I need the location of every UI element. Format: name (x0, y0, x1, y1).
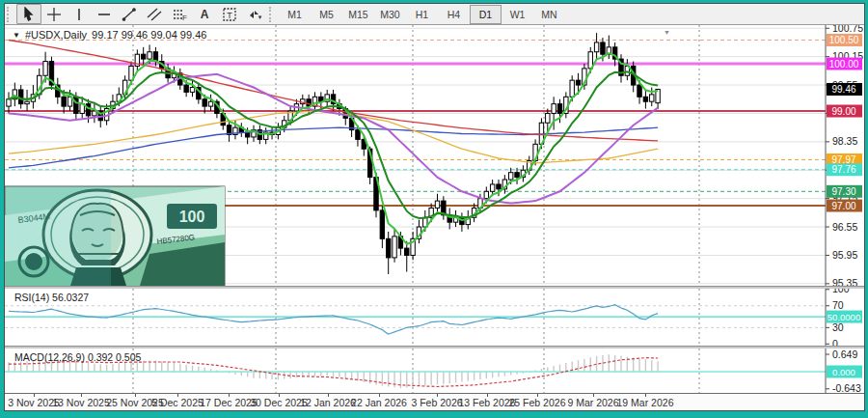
dollar-bill-image: 100B3044MHB57280G (5, 186, 225, 286)
macd-axis-label: -0.643 (832, 382, 861, 393)
price-axis-label: 95.35 (832, 277, 857, 286)
timeframe-mn-button[interactable]: MN (533, 5, 565, 24)
date-label: 17 Dec 2025 (200, 397, 258, 408)
date-axis[interactable]: 3 Nov 202513 Nov 202525 Nov 20255 Dec 20… (5, 393, 864, 410)
timeframe-h1-button[interactable]: H1 (406, 5, 438, 24)
timeframe-w1-button[interactable]: W1 (502, 5, 533, 24)
horizontal-line-icon (96, 7, 112, 22)
text-label-tool-button[interactable]: T (217, 4, 242, 24)
macd-axis-label: 0.649 (832, 348, 857, 360)
chart-shift-marker: ▼ (664, 29, 670, 36)
date-label: 19 Mar 2026 (617, 397, 674, 408)
rsi-axis-label: 30 (832, 321, 844, 333)
timeframe-m30-button[interactable]: M30 (374, 5, 406, 24)
terminal-frame: FAT▾M1M5M15M30H1H4D1W1MN 100.75100.1599.… (0, 0, 868, 418)
trendline-icon (122, 7, 137, 22)
price-axis-label: 98.35 (832, 135, 857, 147)
timeframe-h4-button[interactable]: H4 (438, 5, 470, 24)
rsi-axis-label: 100 (832, 289, 850, 294)
macd-panel[interactable]: 0.649-0.6430.000 MACD(12,26,9) 0.392 0.5… (5, 348, 864, 393)
rsi-panel[interactable]: 1007030050.0000 RSI(14) 56.0327 (5, 289, 864, 346)
collapse-arrow-icon[interactable]: ▼ (13, 31, 20, 40)
date-label: 9 Mar 2026 (567, 397, 618, 408)
dollar-denomination-text: 100 (179, 209, 205, 225)
timeframe-m5-button[interactable]: M5 (311, 5, 342, 24)
chart-window: FAT▾M1M5M15M30H1H4D1W1MN 100.75100.1599.… (4, 3, 865, 411)
fibonacci-icon: F (172, 7, 187, 22)
price-chart[interactable]: 100.75100.1599.5598.9598.3597.7597.1596.… (5, 25, 864, 286)
toolbar-grip[interactable] (269, 7, 277, 22)
rsi-axis-label: 70 (832, 299, 844, 311)
price-axis-label: 96.55 (832, 221, 857, 233)
date-label: 25 Feb 2026 (509, 397, 566, 408)
date-label: 3 Feb 2026 (411, 397, 462, 408)
macd-zero-badge: 0.000 (832, 367, 855, 377)
rsi-level-badge: 50.0000 (827, 312, 860, 322)
trendline-tool-button[interactable] (117, 4, 142, 24)
vertical-line-icon (71, 7, 87, 22)
text-tool-button[interactable]: A (192, 4, 217, 24)
crosshair-icon (46, 7, 62, 22)
rsi-axis-label: 0 (832, 338, 838, 346)
price-badge-100.50: 100.50 (829, 35, 859, 45)
chart-title[interactable]: ▼ #USDX,Daily 99.17 99.46 99.04 99.46 (13, 29, 206, 41)
equidistant-channel-icon (147, 7, 162, 22)
rsi-chart[interactable]: 1007030050.0000 (5, 289, 864, 346)
price-badge-97.30: 97.30 (831, 186, 855, 197)
date-label: 22 Jan 2026 (351, 397, 407, 408)
svg-text:F: F (182, 14, 187, 22)
arrows-icon: ▾ (247, 7, 262, 22)
toolbar-grip[interactable] (7, 7, 14, 22)
timeframe-d1-button[interactable]: D1 (470, 5, 502, 24)
price-badge-99.00: 99.00 (831, 106, 855, 117)
svg-text:▾: ▾ (258, 14, 262, 20)
date-label: 13 Nov 2025 (52, 397, 110, 408)
arrows-tool-button[interactable]: ▾ (242, 4, 267, 24)
text-label-icon: T (222, 7, 237, 22)
date-label: 5 Dec 2025 (151, 397, 203, 408)
price-badge-100.00: 100.00 (829, 59, 859, 70)
timeframe-m15-button[interactable]: M15 (342, 5, 374, 24)
crosshair-tool-button[interactable] (41, 4, 67, 24)
rsi-value: 56.0327 (52, 292, 89, 303)
rsi-label: RSI(14) 56.0327 (14, 292, 89, 303)
price-axis-label: 95.95 (832, 249, 857, 261)
svg-text:T: T (227, 10, 232, 19)
main-chart-panel[interactable]: 100.75100.1599.5598.9598.3597.7597.1596.… (5, 25, 864, 286)
price-badge-97.00: 97.00 (831, 201, 855, 211)
macd-values: 0.392 0.505 (88, 351, 141, 363)
price-badge-99.46: 99.46 (831, 84, 855, 95)
macd-label: MACD(12,26,9) 0.392 0.505 (14, 351, 141, 363)
price-axis-label: 100.75 (832, 25, 863, 34)
text-icon: A (197, 7, 212, 22)
cursor-tool-button[interactable] (16, 4, 41, 24)
date-label: 12 Jan 2026 (300, 397, 356, 408)
date-label: 13 Feb 2026 (459, 397, 516, 408)
chart-ohlc-values: 99.17 99.46 99.04 99.46 (92, 29, 206, 41)
svg-text:A: A (201, 8, 209, 21)
cursor-icon (21, 7, 37, 22)
equidistant-channel-tool-button[interactable] (142, 4, 167, 24)
fibonacci-tool-button[interactable]: F (167, 4, 192, 24)
horizontal-line-tool-button[interactable] (92, 4, 117, 24)
timeframe-m1-button[interactable]: M1 (279, 5, 311, 24)
price-badge-97.76: 97.76 (831, 164, 855, 175)
toolbar: FAT▾M1M5M15M30H1H4D1W1MN (5, 4, 864, 25)
vertical-line-tool-button[interactable] (67, 4, 92, 24)
date-label: 30 Dec 2025 (250, 397, 308, 408)
chart-symbol-label: #USDX,Daily (25, 29, 87, 41)
